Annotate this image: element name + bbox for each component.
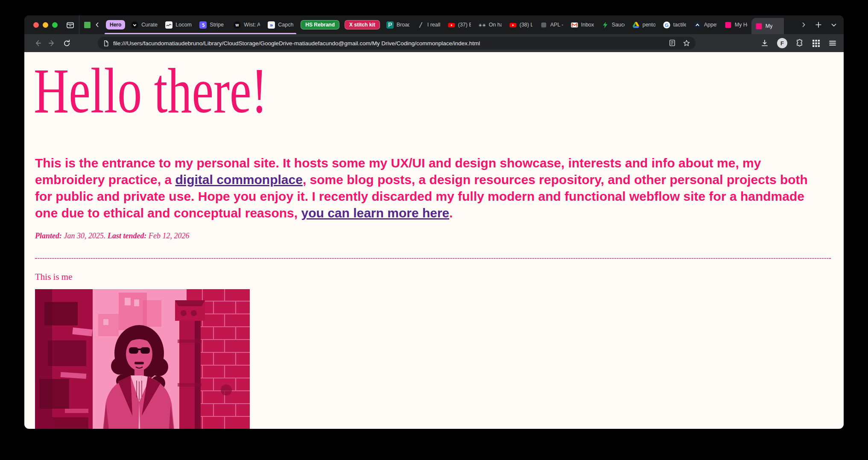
tab[interactable]: (38) L bbox=[506, 15, 536, 34]
tab[interactable]: wWist: A bbox=[230, 15, 264, 34]
scroll-tabs-left-icon[interactable] bbox=[91, 18, 104, 31]
tab-label: pento- bbox=[643, 22, 655, 28]
tab[interactable]: »Capch bbox=[264, 15, 298, 34]
photo-caption: This is me bbox=[35, 272, 73, 282]
stripe-icon bbox=[199, 21, 207, 29]
intro-link[interactable]: digital commonplace bbox=[175, 173, 302, 187]
tab[interactable]: Curate bbox=[127, 15, 161, 34]
intro-text: . bbox=[449, 206, 453, 220]
pink-square-icon bbox=[755, 23, 763, 30]
tab-label: Stripe bbox=[210, 22, 224, 28]
asterisks-icon: ✳✳ bbox=[479, 21, 486, 29]
curate-icon bbox=[131, 21, 138, 29]
close-window-button[interactable] bbox=[33, 22, 39, 28]
tabstrip-controls bbox=[800, 15, 838, 34]
tab-label: On ha bbox=[489, 22, 502, 28]
collapsed-tab-group-hs-rebrand[interactable]: HS Rebrand bbox=[301, 20, 339, 29]
tab-label: Curate bbox=[141, 22, 158, 28]
back-arrow-icon[interactable] bbox=[30, 36, 45, 50]
new-tab-icon[interactable] bbox=[815, 21, 822, 29]
profile-avatar[interactable]: F bbox=[777, 38, 787, 48]
address-bar[interactable]: file:///Users/facundomatiaudebruno/Libra… bbox=[98, 37, 696, 50]
zoom-window-button[interactable] bbox=[52, 22, 58, 28]
youtube-icon bbox=[448, 21, 455, 29]
tab[interactable]: Sauce bbox=[598, 15, 628, 34]
intro-link[interactable]: you can learn more here bbox=[301, 206, 449, 220]
planted-dates: Planted: Jan 30, 2025. Last tended: Feb … bbox=[35, 231, 189, 240]
tab[interactable]: Stripe bbox=[196, 15, 230, 34]
tab-list-chevron-icon[interactable] bbox=[830, 21, 838, 29]
tab-label: Sauce bbox=[612, 22, 625, 28]
last-tended-label: Last tended: bbox=[108, 231, 147, 240]
window-controls bbox=[24, 22, 64, 28]
browser-toolbar: file:///Users/facundomatiaudebruno/Libra… bbox=[24, 34, 844, 52]
tab[interactable]: Inbox bbox=[567, 15, 598, 34]
tab-list: HeroCurateLocomStripewWist: A»CapchHS Re… bbox=[104, 15, 784, 34]
tab-search-icon[interactable] bbox=[64, 18, 76, 31]
collapsed-tab-group-x-stitch-kit[interactable]: X stitch kit bbox=[345, 20, 380, 29]
divider bbox=[79, 15, 79, 34]
active-tab[interactable]: My× bbox=[751, 18, 784, 34]
plain-icon bbox=[540, 21, 547, 29]
green-square-favicon-icon[interactable] bbox=[84, 21, 91, 29]
tab-label: My Ho bbox=[735, 22, 748, 28]
bookmark-star-icon[interactable] bbox=[683, 39, 690, 47]
browser-window: HeroCurateLocomStripewWist: A»CapchHS Re… bbox=[24, 15, 844, 429]
tab-label: Wist: A bbox=[244, 22, 260, 28]
appetite-icon bbox=[694, 21, 701, 29]
tab[interactable]: My Ho bbox=[721, 15, 751, 34]
download-icon[interactable] bbox=[760, 39, 769, 47]
intro-paragraph: This is the entrance to my personal site… bbox=[35, 155, 820, 221]
file-icon bbox=[103, 40, 109, 47]
tab-label: (38) L bbox=[520, 22, 532, 28]
broads-icon bbox=[386, 21, 394, 29]
google-icon: G bbox=[663, 21, 670, 29]
tab-label: (37) E bbox=[458, 22, 471, 28]
portrait-photo bbox=[35, 289, 250, 429]
tab-label: tactile bbox=[673, 22, 686, 28]
capacities-icon: » bbox=[268, 21, 275, 29]
extensions-puzzle-icon[interactable] bbox=[795, 39, 804, 47]
tab-label: Broads bbox=[397, 22, 409, 28]
slash-icon bbox=[417, 21, 424, 29]
sauce-icon bbox=[602, 21, 609, 29]
dotted-divider bbox=[35, 258, 831, 259]
url-text[interactable]: file:///Users/facundomatiaudebruno/Libra… bbox=[113, 40, 663, 47]
tab-label: Appeti bbox=[704, 22, 717, 28]
tab-label: Locom bbox=[175, 22, 192, 28]
tab[interactable]: Gtactile bbox=[659, 15, 690, 34]
menu-hamburger-icon[interactable] bbox=[828, 39, 837, 47]
reload-icon[interactable] bbox=[59, 36, 74, 50]
tab[interactable]: Locom bbox=[161, 15, 196, 34]
tab[interactable]: pento- bbox=[628, 15, 659, 34]
tab-label: Inbox bbox=[581, 22, 594, 28]
svg-text:w: w bbox=[235, 23, 239, 27]
minimize-window-button[interactable] bbox=[43, 22, 48, 28]
page-content: Hello there! This is the entrance to my … bbox=[24, 52, 844, 429]
tab-group-label[interactable]: Hero bbox=[106, 20, 125, 29]
drive-icon bbox=[632, 21, 640, 29]
tab-group-hero: HeroCurateLocomStripewWist: A»Capch bbox=[104, 15, 298, 34]
pink-square-icon bbox=[725, 21, 732, 29]
tab[interactable]: ✳✳On ha bbox=[475, 15, 506, 34]
tab[interactable]: Broads bbox=[383, 15, 413, 34]
youtube-icon bbox=[509, 21, 517, 29]
tab-label: I really bbox=[427, 22, 440, 28]
apps-grid-icon[interactable] bbox=[812, 39, 820, 47]
tab-label: APL - Cros bbox=[550, 22, 563, 28]
tab-strip: HeroCurateLocomStripewWist: A»CapchHS Re… bbox=[24, 15, 844, 34]
svg-text:✳✳: ✳✳ bbox=[479, 22, 486, 28]
tab[interactable]: I really bbox=[413, 15, 444, 34]
last-tended-date: Feb 12, 2026 bbox=[147, 231, 190, 240]
planted-label: Planted: bbox=[35, 231, 62, 240]
reading-mode-icon[interactable] bbox=[669, 39, 676, 47]
toolbar-right-icons: F bbox=[760, 38, 837, 48]
scroll-tabs-right-icon[interactable] bbox=[800, 21, 807, 28]
tab[interactable]: Appeti bbox=[690, 15, 721, 34]
gmail-icon bbox=[571, 21, 578, 29]
tab[interactable]: APL - Cros bbox=[536, 15, 567, 34]
tab-label: Capch bbox=[278, 22, 293, 28]
tab[interactable]: (37) E bbox=[444, 15, 475, 34]
forward-arrow-icon[interactable] bbox=[45, 36, 59, 50]
tab-label: My bbox=[766, 23, 773, 29]
